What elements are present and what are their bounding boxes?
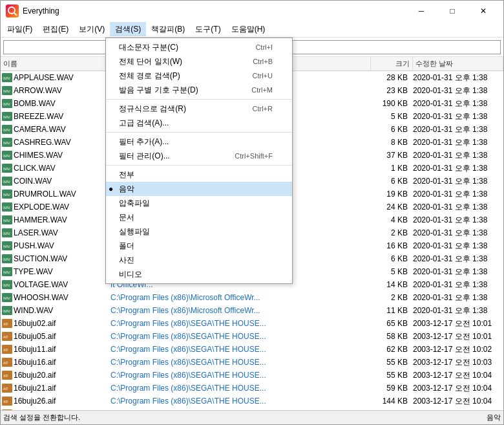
main-window: Everything ─ □ ✕ 파일(F) 편집(E) 보기(V) 검색(S)… xyxy=(0,0,504,425)
svg-text:AIF: AIF xyxy=(3,322,8,326)
table-row[interactable]: AIF 16buju21.aifC:\Program Files (x86)\S… xyxy=(1,382,503,395)
menu-item-shortcut: Ctrl+U xyxy=(253,72,273,80)
search-menu-item-3[interactable]: 발음 구별 기호 구분(D)Ctrl+M xyxy=(106,83,292,97)
file-name: 16buju20.aif xyxy=(14,371,110,380)
table-row[interactable]: AIF 16buju26.aifC:\Program Files (x86)\S… xyxy=(1,395,503,408)
file-path: C:\Program Files (x86)\SEGA\THE HOUSE... xyxy=(110,371,371,380)
file-name: BREEZE.WAV xyxy=(14,112,110,121)
file-date: 2003-12-17 오전 10:01 xyxy=(413,318,503,329)
search-menu-item-0[interactable]: 대소문자 구분(C)Ctrl+I xyxy=(106,40,292,54)
file-size: 55 KB xyxy=(371,358,413,367)
menu-item-label: 필터 추가(A)... xyxy=(119,136,266,147)
table-row[interactable]: AIF 16buju16.aifC:\Program Files (x86)\S… xyxy=(1,356,503,369)
search-menu-item-15[interactable]: 비디오 xyxy=(106,267,292,281)
wav-icon: WAV xyxy=(1,110,14,123)
search-menu-item-11[interactable]: 문서 xyxy=(106,210,292,224)
file-name: 16buju11.aif xyxy=(14,345,110,354)
minimize-button[interactable]: ─ xyxy=(406,1,436,21)
wav-icon: WAV xyxy=(1,188,14,201)
svg-text:WAV: WAV xyxy=(3,296,10,300)
search-menu-item-9[interactable]: ●음악 xyxy=(106,182,292,196)
menu-search[interactable]: 검색(S) xyxy=(110,22,146,36)
file-name: 16buju21.aif xyxy=(14,384,110,393)
menu-item-label: 전체 경로 검색(P) xyxy=(119,71,246,82)
file-name: CHIMES.WAV xyxy=(14,151,110,160)
svg-text:WAV: WAV xyxy=(3,257,10,261)
file-size: 2 KB xyxy=(371,228,413,237)
maximize-button[interactable]: □ xyxy=(437,1,467,21)
search-dropdown: 대소문자 구분(C)Ctrl+I전체 단어 일치(W)Ctrl+B전체 경로 검… xyxy=(105,38,293,284)
search-menu-item-2[interactable]: 전체 경로 검색(P)Ctrl+U xyxy=(106,69,292,83)
svg-line-1 xyxy=(14,13,17,16)
menu-item-label: 문서 xyxy=(119,212,266,223)
menu-view[interactable]: 보기(V) xyxy=(74,22,110,36)
file-size: 11 KB xyxy=(371,306,413,315)
wav-icon: WAV xyxy=(1,136,14,149)
menu-item-label: 비디오 xyxy=(119,269,266,280)
file-name: CASHREG.WAV xyxy=(14,138,110,147)
menu-separator xyxy=(106,165,292,166)
file-size: 6 KB xyxy=(371,177,413,186)
search-menu-item-7[interactable]: 필터 관리(O)...Ctrl+Shift+F xyxy=(106,149,292,163)
menu-edit[interactable]: 편집(E) xyxy=(37,22,74,36)
table-row[interactable]: WAV WIND.WAVC:\Program Files (x86)\Micro… xyxy=(1,304,503,317)
wav-icon: WAV xyxy=(1,162,14,175)
search-menu-item-1[interactable]: 전체 단어 일치(W)Ctrl+B xyxy=(106,54,292,69)
search-menu-item-10[interactable]: 압축파일 xyxy=(106,196,292,210)
menu-bookmark[interactable]: 책갈피(B) xyxy=(146,22,190,36)
table-row[interactable]: AIF 16buju11.aifC:\Program Files (x86)\S… xyxy=(1,343,503,356)
search-menu-item-13[interactable]: 폴더 xyxy=(106,239,292,253)
menu-item-shortcut: Ctrl+Shift+F xyxy=(235,152,273,160)
col-header-name[interactable]: 이름 xyxy=(1,57,110,71)
wav-icon: WAV xyxy=(1,213,14,226)
file-size: 1 KB xyxy=(371,164,413,173)
svg-text:WAV: WAV xyxy=(3,167,10,171)
file-size: 144 KB xyxy=(371,397,413,406)
file-size: 37 KB xyxy=(371,151,413,160)
table-row[interactable]: AIF 16buju05.aifC:\Program Files (x86)\S… xyxy=(1,330,503,343)
search-menu-item-4[interactable]: 정규식으로 검색(R)Ctrl+R xyxy=(106,102,292,116)
file-date: 2020-01-31 오후 1:38 xyxy=(413,150,503,161)
wav-icon: WAV xyxy=(1,71,14,84)
file-date: 2020-01-31 오후 1:38 xyxy=(413,241,503,252)
search-menu-item-6[interactable]: 필터 추가(A)... xyxy=(106,135,292,149)
file-name: WIND.WAV xyxy=(14,306,110,315)
search-menu-item-12[interactable]: 실행파일 xyxy=(106,224,292,239)
svg-text:WAV: WAV xyxy=(3,283,10,287)
menu-file[interactable]: 파일(F) xyxy=(2,22,37,36)
file-date: 2003-12-17 오전 10:04 xyxy=(413,370,503,381)
status-right: 음악 xyxy=(487,413,501,422)
search-menu-item-5[interactable]: 고급 검색(A)... xyxy=(106,116,292,130)
file-name: BOMB.WAV xyxy=(14,99,110,108)
menu-item-label: 발음 구별 기호 구분(D) xyxy=(119,85,245,96)
aif-icon: AIF xyxy=(1,356,14,369)
file-date: 2003-12-17 오전 10:02 xyxy=(413,344,503,355)
search-menu-item-14[interactable]: 사진 xyxy=(106,253,292,267)
col-header-date[interactable]: 수정한 날짜 xyxy=(413,57,503,71)
table-row[interactable]: AIF 16buju20.aifC:\Program Files (x86)\S… xyxy=(1,369,503,382)
file-path: C:\Program Files (x86)\SEGA\THE HOUSE... xyxy=(110,345,371,354)
svg-text:AIF: AIF xyxy=(3,361,8,365)
aif-icon: AIF xyxy=(1,369,14,382)
svg-text:WAV: WAV xyxy=(3,232,10,235)
table-row[interactable]: WAV WHOOSH.WAVC:\Program Files (x86)\Mic… xyxy=(1,291,503,304)
close-button[interactable]: ✕ xyxy=(468,1,498,21)
file-date: 2020-01-31 오후 1:38 xyxy=(413,305,503,316)
col-header-size[interactable]: 크기 xyxy=(371,57,413,71)
menu-item-label: 압축파일 xyxy=(119,198,266,209)
file-name: DRUMROLL.WAV xyxy=(14,190,110,199)
menu-item-shortcut: Ctrl+I xyxy=(255,43,273,51)
aif-icon: AIF xyxy=(1,317,14,330)
file-name: ARROW.WAV xyxy=(14,86,110,95)
file-name: HAMMER.WAV xyxy=(14,215,110,224)
svg-text:AIF: AIF xyxy=(3,387,8,391)
search-menu-item-8[interactable]: 전부 xyxy=(106,168,292,182)
menu-tools[interactable]: 도구(T) xyxy=(190,22,226,36)
menu-help[interactable]: 도움말(H) xyxy=(226,22,271,36)
menu-separator xyxy=(106,99,292,100)
file-date: 2003-12-17 오전 10:04 xyxy=(413,396,503,407)
status-left: 검색 설정을 전환합니다. xyxy=(3,413,80,422)
aif-icon: AIF xyxy=(1,382,14,395)
aif-icon: AIF xyxy=(1,330,14,343)
table-row[interactable]: AIF 16buju02.aifC:\Program Files (x86)\S… xyxy=(1,317,503,330)
